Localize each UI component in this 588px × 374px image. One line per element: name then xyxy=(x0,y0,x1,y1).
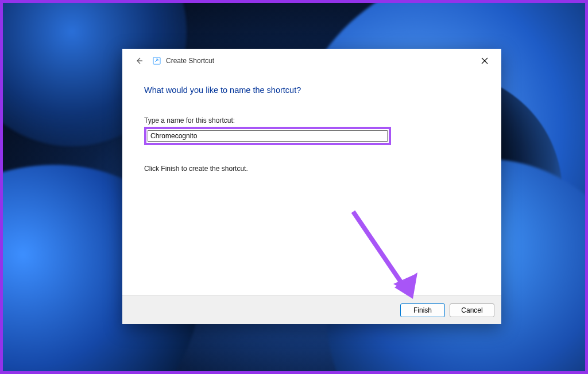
svg-rect-0 xyxy=(153,57,160,64)
instruction-text: Click Finish to create the shortcut. xyxy=(144,165,479,173)
shortcut-name-input[interactable] xyxy=(148,130,388,142)
dialog-content: What would you like to name the shortcut… xyxy=(122,73,501,295)
create-shortcut-dialog: Create Shortcut What would you like to n… xyxy=(122,49,501,324)
close-button[interactable] xyxy=(471,52,498,70)
shortcut-wizard-icon xyxy=(152,56,161,65)
dialog-title: Create Shortcut xyxy=(166,57,214,65)
finish-button[interactable]: Finish xyxy=(400,303,445,317)
name-field-label: Type a name for this shortcut: xyxy=(144,116,479,124)
cancel-button[interactable]: Cancel xyxy=(450,303,494,317)
dialog-heading: What would you like to name the shortcut… xyxy=(144,85,479,95)
dialog-footer: Finish Cancel xyxy=(122,295,501,324)
desktop-background: Create Shortcut What would you like to n… xyxy=(0,0,588,374)
input-annotation-highlight xyxy=(144,127,391,145)
title-bar: Create Shortcut xyxy=(122,49,501,73)
back-arrow-icon[interactable] xyxy=(133,54,145,67)
